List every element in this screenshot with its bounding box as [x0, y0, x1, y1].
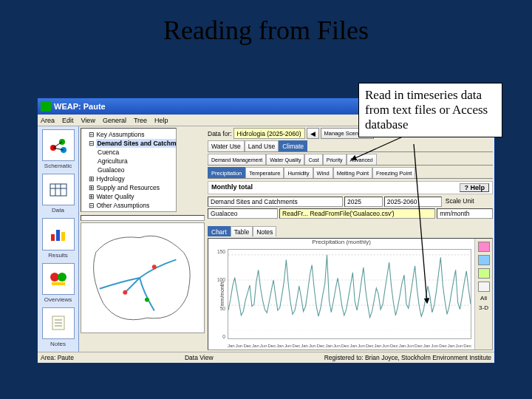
tab-precipitation[interactable]: Precipitation: [208, 167, 245, 178]
menu-general[interactable]: General: [103, 117, 126, 124]
tree-view[interactable]: ⊟ Key Assumptions ⊟ Demand Sites and Cat…: [81, 128, 177, 212]
tree-item[interactable]: ⊟ Other Assumptions: [83, 201, 174, 210]
tab-water-quality[interactable]: Water Quality: [266, 154, 304, 165]
chart-3d-button[interactable]: 3-D: [479, 304, 488, 311]
help-button[interactable]: ? Help: [460, 183, 489, 192]
chart-xticks: JanJunDecJanJunDecJanJunDecJanJunDecJanJ…: [228, 344, 471, 348]
tree-item[interactable]: ⊞ Water Quality: [83, 192, 174, 201]
tree-item[interactable]: Gualaceo: [83, 166, 174, 174]
branch-dropdown[interactable]: Demand Sites and Catchments: [208, 197, 343, 207]
menu-help[interactable]: Help: [154, 117, 168, 124]
tab-temperature[interactable]: Temperature: [245, 167, 284, 178]
menu-tree[interactable]: Tree: [134, 117, 147, 124]
tree-item[interactable]: ⊟ Demand Sites and Catchments: [83, 139, 174, 148]
datafor-label: Data for:: [208, 130, 232, 137]
status-registration: Registered to: Brian Joyce, Stockholm En…: [324, 354, 491, 361]
chart-all-button[interactable]: All: [480, 295, 487, 301]
status-view: Data View: [185, 354, 214, 361]
svg-rect-13: [61, 232, 65, 241]
svg-point-23: [145, 298, 149, 302]
site-dropdown[interactable]: Gualaceo: [208, 208, 278, 219]
tab-advanced[interactable]: Advanced: [347, 154, 377, 165]
nav-data[interactable]: [42, 174, 75, 205]
mid-column: ⊟ Key Assumptions ⊟ Demand Sites and Cat…: [79, 126, 206, 352]
statusbar: Area: Paute Data View Registered to: Bri…: [38, 352, 494, 363]
data-icon: [47, 181, 69, 199]
svg-point-22: [152, 265, 157, 269]
nav-schematic-label: Schematic: [44, 163, 72, 169]
nav-overviews[interactable]: [42, 263, 75, 295]
svg-point-21: [123, 290, 127, 295]
nav-schematic[interactable]: [42, 129, 75, 161]
chart-toolbar: All 3-D: [474, 239, 492, 349]
right-pane: Data for: Hidrologia (2025-2060) ◀ Manag…: [206, 126, 494, 352]
notes-icon: [47, 314, 69, 332]
chart-print-icon[interactable]: [478, 282, 490, 292]
slide-title: Reading from Files: [0, 0, 532, 53]
tree-item[interactable]: ⊞ Hydrology: [83, 174, 174, 183]
window-title: WEAP: Paute: [54, 102, 106, 111]
chart-type-icon[interactable]: [478, 242, 490, 252]
nav-notes[interactable]: [42, 307, 75, 339]
menu-edit[interactable]: Edit: [62, 117, 74, 124]
tree-item[interactable]: Cuenca: [83, 148, 174, 157]
nav-results[interactable]: [42, 218, 75, 250]
tab-priority[interactable]: Priority: [323, 154, 347, 165]
chart-grid-icon[interactable]: [478, 268, 490, 279]
unit-dropdown[interactable]: mm/month: [437, 208, 493, 219]
prev-scenario-button[interactable]: ◀: [307, 128, 319, 139]
results-icon: [47, 225, 69, 243]
tab-wind[interactable]: Wind: [313, 167, 333, 178]
svg-rect-12: [56, 230, 60, 241]
tab-climate[interactable]: Climate: [279, 140, 307, 151]
view-tabs: Chart Table Notes: [208, 226, 493, 236]
nav-data-label: Data: [52, 207, 64, 214]
map-graphic: [81, 223, 204, 332]
svg-point-15: [58, 273, 66, 282]
chart-canvas: [228, 249, 471, 339]
tab-chart[interactable]: Chart: [208, 226, 231, 236]
year-range-field[interactable]: 2025-2060: [384, 197, 442, 207]
variable-tabs: Precipitation Temperature Humidity Wind …: [208, 167, 493, 179]
callout-box: Read in timeseries data from text files …: [358, 83, 502, 137]
tab-water-use[interactable]: Water Use: [208, 140, 245, 151]
menu-area[interactable]: Area: [41, 117, 55, 124]
variable-title: Monthly total: [211, 183, 253, 192]
tab-notes-inner[interactable]: Notes: [253, 226, 276, 236]
schematic-icon: [47, 137, 69, 154]
tree-item[interactable]: ⊞ Supply and Resources: [83, 183, 174, 192]
status-area: Area: Paute: [41, 354, 74, 361]
nav-results-label: Results: [48, 252, 68, 259]
tab-demand-mgmt[interactable]: Demand Management: [208, 154, 266, 165]
chart-area: Precipitation (monthly) mm/month 0501001…: [208, 238, 493, 350]
svg-rect-11: [51, 234, 55, 241]
tab-land-use[interactable]: Land Use: [245, 140, 279, 151]
chart-title: Precipitation (monthly): [208, 239, 474, 245]
tab-melting[interactable]: Melting Point: [333, 167, 372, 178]
nav-notes-label: Notes: [50, 341, 66, 347]
subcategory-tabs: Demand Management Water Quality Cost Pri…: [208, 154, 493, 166]
svg-rect-7: [50, 184, 66, 196]
left-nav: Schematic Data Results Overviews Notes: [38, 126, 79, 352]
variable-header: Monthly total ? Help: [208, 181, 493, 194]
app-icon: [41, 101, 51, 112]
year-start-field[interactable]: 2025: [344, 197, 383, 207]
scale-unit-label: Scale Unit: [443, 197, 493, 207]
chart-plot: Precipitation (monthly) mm/month 0501001…: [208, 239, 474, 349]
menu-view[interactable]: View: [81, 117, 95, 124]
app-window: WEAP: Paute _ □ ✕ Area Edit View General…: [37, 98, 495, 364]
tab-cost[interactable]: Cost: [304, 154, 322, 165]
tab-freezing[interactable]: Freezing Point: [372, 167, 415, 178]
tab-humidity[interactable]: Humidity: [284, 167, 313, 178]
svg-line-5: [53, 142, 62, 148]
chart-yticks: 050100150: [217, 249, 225, 339]
expression-field[interactable]: ReadFr... ReadFromFile('Gualaceo.csv'): [279, 208, 435, 219]
tab-table[interactable]: Table: [231, 226, 253, 236]
tree-item[interactable]: ⊟ Key Assumptions: [83, 130, 174, 139]
scenario-dropdown[interactable]: Hidrologia (2025-2060): [233, 128, 305, 139]
schematic-map[interactable]: [81, 222, 205, 333]
chart-color-icon[interactable]: [478, 255, 490, 265]
category-tabs: Water Use Land Use Climate: [208, 140, 493, 152]
nav-overviews-label: Overviews: [44, 296, 72, 303]
tree-item[interactable]: Agricultura: [83, 157, 174, 166]
